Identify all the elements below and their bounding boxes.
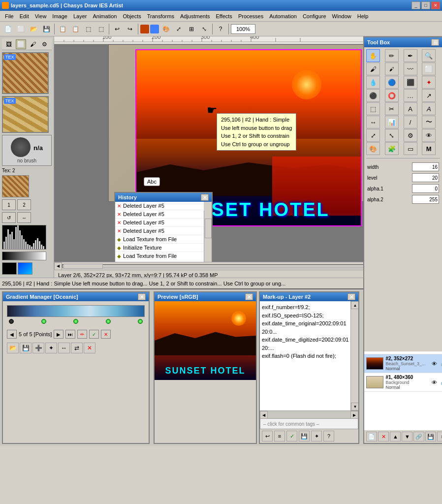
prop-alpha1-input[interactable]: 0	[412, 184, 439, 193]
tool-wave[interactable]: 〰	[404, 63, 417, 75]
layers-save[interactable]: 💾	[425, 432, 436, 441]
markup-check[interactable]: ✓	[286, 431, 297, 441]
nav-x[interactable]: ✕	[101, 330, 111, 339]
maximize-button[interactable]: □	[421, 1, 430, 9]
tool-dots[interactable]: …	[404, 89, 417, 102]
gradient-open[interactable]: 📂	[7, 343, 19, 353]
layer-eye-1[interactable]: 👁	[430, 378, 439, 387]
tool-select-area[interactable]: ⬚	[366, 102, 380, 115]
close-button[interactable]: ✕	[431, 1, 440, 9]
toolbar-gradient[interactable]	[140, 25, 149, 33]
tool-gear[interactable]: ⚙	[404, 129, 417, 142]
history-scrollbar[interactable]	[204, 211, 212, 262]
tool-chart[interactable]: 📊	[385, 116, 399, 128]
tool-hand[interactable]: ✋	[366, 49, 380, 62]
menu-layer[interactable]: Layer	[70, 12, 90, 20]
toolbar-new[interactable]: 📄	[2, 23, 14, 35]
tool-erase[interactable]: ⬜	[422, 63, 436, 75]
gradient-star[interactable]: ✦	[45, 343, 57, 353]
toolbox-close[interactable]: ☰	[431, 39, 439, 46]
markup-help[interactable]: ?	[323, 431, 334, 441]
gradient-stop-3[interactable]	[73, 319, 78, 324]
tool-line[interactable]: /	[404, 116, 417, 128]
toolbar-select[interactable]: ⬚	[82, 23, 94, 35]
tool-sphere[interactable]: ⚫	[366, 89, 380, 102]
menu-image[interactable]: Image	[49, 12, 70, 20]
toolbar-copy[interactable]: 📋	[57, 23, 68, 35]
tool-brush1[interactable]: 🖌	[366, 63, 380, 75]
gradient-stop-5[interactable]	[138, 319, 143, 324]
preview-close[interactable]: ✕	[245, 293, 253, 300]
gradient-save[interactable]: 💾	[20, 343, 32, 353]
gradient-mirror[interactable]: ⇄	[71, 343, 83, 353]
scroll-left-btn[interactable]: ◀	[54, 262, 62, 270]
menu-processes[interactable]: Processes	[235, 12, 266, 20]
markup-scroll-up[interactable]: ▲	[351, 301, 358, 309]
menu-adjustments[interactable]: Adjustments	[177, 12, 213, 20]
menu-view[interactable]: View	[32, 12, 50, 20]
toolbar-expand[interactable]: ⤡	[198, 23, 210, 35]
gradient-bar[interactable]	[7, 305, 145, 317]
toolbar-help[interactable]: ?	[215, 23, 226, 35]
layer-btn-2[interactable]: 2	[17, 199, 31, 210]
menu-edit[interactable]: Edit	[17, 12, 32, 20]
nav-prev[interactable]: ◀	[7, 330, 17, 339]
minimize-button[interactable]: _	[411, 1, 420, 9]
layer-item-1[interactable]: #1, 480×360 Background Normal 👁 🔗 1	[364, 373, 442, 392]
tool-puzzle[interactable]: 🧩	[385, 142, 399, 155]
tool-crop[interactable]: ✂	[385, 102, 399, 115]
tool-m[interactable]: M	[422, 142, 436, 155]
markup-scroll-left[interactable]: ◀	[260, 411, 268, 419]
markup-scroll-right[interactable]: ▶	[350, 411, 358, 419]
tool-spray[interactable]: ✦	[422, 76, 436, 89]
markup-scrollbar-h[interactable]: ◀ ▶	[260, 410, 358, 418]
layers-delete[interactable]: ✕	[378, 432, 389, 441]
gradient-add[interactable]: ➕	[32, 343, 44, 353]
tool-text[interactable]: A	[404, 102, 417, 115]
toolbar-select2[interactable]: ⬚	[95, 23, 107, 35]
prop-alpha2-input[interactable]: 255	[412, 195, 439, 204]
menu-transforms[interactable]: Transforms	[144, 12, 177, 20]
tool-brush2[interactable]: 🖌	[385, 63, 399, 75]
layer-item-2[interactable]: #2, 352×272 Beach_Sunset_3_... Normal 👁 …	[364, 354, 442, 373]
toolbar-color2[interactable]: 🎨	[160, 23, 172, 35]
menu-file[interactable]: File	[2, 12, 17, 20]
history-close[interactable]: ✕	[201, 194, 209, 201]
layers-list-view[interactable]: ≡	[437, 432, 442, 441]
layer-btn-1[interactable]: 1	[2, 199, 16, 210]
tool-arrow[interactable]: ↗	[422, 89, 436, 102]
prop-width-input[interactable]: 16	[412, 162, 439, 171]
markup-undo[interactable]: ↩	[262, 431, 273, 441]
menu-automation[interactable]: Automation	[266, 12, 300, 20]
tool-color2[interactable]: 🔵	[385, 76, 399, 89]
markup-scroll-down[interactable]: ▼	[351, 403, 358, 410]
menu-help[interactable]: Help	[354, 12, 372, 20]
nav-edit[interactable]: ✏	[77, 330, 87, 339]
gradient-flip[interactable]: ↔	[58, 343, 70, 353]
swatch-blue[interactable]	[18, 262, 32, 275]
layer-icon[interactable]: ⬜	[16, 39, 26, 49]
tool-gradient[interactable]: ⬛	[404, 76, 417, 89]
tool-curve[interactable]: 〜	[422, 116, 436, 128]
markup-list[interactable]: ≡	[274, 431, 285, 441]
toolbar-color[interactable]	[150, 25, 159, 33]
nav-next-step[interactable]: ▶	[54, 330, 63, 339]
tool-pencil2[interactable]: ✒	[404, 49, 417, 62]
menu-effects[interactable]: Effects	[213, 12, 235, 20]
settings-icon[interactable]: ⚙	[39, 39, 50, 49]
toolbar-open2[interactable]: 📂	[28, 23, 39, 35]
markup-star[interactable]: ✦	[311, 431, 322, 441]
layer-eye-2[interactable]: 👁	[430, 359, 439, 368]
layers-link[interactable]: 🔗	[413, 432, 424, 441]
layers-down[interactable]: ▼	[402, 432, 412, 441]
markup-scrollbar-v[interactable]: ▲ ▼	[350, 301, 358, 410]
tool-transform[interactable]: ⤢	[366, 129, 380, 142]
toolbar-transform[interactable]: ⤢	[173, 23, 185, 35]
tool-palette[interactable]: 🎨	[366, 142, 380, 155]
tool-warp[interactable]: ⤡	[385, 129, 399, 142]
tool-rect[interactable]: ▭	[404, 142, 417, 155]
tool-pencil1[interactable]: ✏	[385, 49, 399, 62]
nav-end[interactable]: ⏭	[65, 330, 75, 339]
menu-objects[interactable]: Objects	[120, 12, 144, 20]
gradient-stop-2[interactable]	[41, 319, 46, 324]
